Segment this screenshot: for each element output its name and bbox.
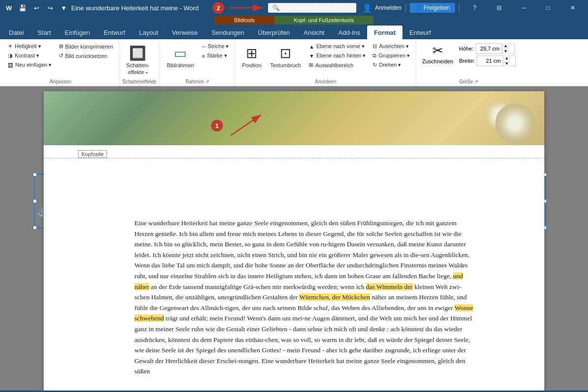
drehen-button[interactable]: ↻ Drehen ▾	[370, 61, 413, 69]
undo-button[interactable]: ↩	[30, 2, 42, 14]
position-button[interactable]: ⊞ Position	[238, 42, 265, 71]
help-search-box[interactable]: 🔍 Was möchten Sie tun?	[268, 3, 356, 13]
tab-layout[interactable]: Layout	[132, 26, 165, 39]
breite-spinners: ▲ ▼	[503, 55, 510, 66]
rahmen-label: Rahmen ↗	[163, 78, 232, 86]
tab-datei[interactable]: Datei	[2, 26, 30, 39]
highlight-3: Würmchen, der Mückchen	[299, 293, 370, 301]
auswahl-icon: ⊞	[309, 62, 313, 68]
helligkeit-icon: ☀	[8, 43, 13, 50]
ausrichten-button[interactable]: ⊟ Ausrichten ▾	[370, 42, 413, 51]
tab-sendungen[interactable]: Sendungen	[205, 26, 251, 39]
title-bar: W 💾 ↩ ↪ ▼ Eine wunderbare Heiterkeit hat…	[0, 0, 588, 16]
window-title: Eine wunderbare Heiterkeit hat meine - W…	[70, 2, 268, 14]
gruppieren-button[interactable]: ⧉ Gruppieren ▾	[370, 52, 413, 60]
tab-einfuegen[interactable]: Einfügen	[58, 26, 97, 39]
bild-zuruecksetzen-button[interactable]: ↺ Bild zurücksetzen	[56, 52, 116, 60]
staerke-button[interactable]: ≡ Stärke ▾	[199, 52, 232, 60]
ribbon-tabs: Datei Start Einfügen Entwurf Layout Verw…	[0, 25, 588, 39]
schatteneffekte-button[interactable]: 🔲 Schatten- effekte ▾	[122, 42, 153, 78]
breite-label: Breite:	[459, 58, 475, 64]
textumbruch-icon: ⊡	[280, 45, 291, 61]
header-image[interactable]	[44, 91, 544, 145]
komprimieren-icon: ⊞	[59, 43, 63, 50]
breite-row: Breite: ▲ ▼	[459, 55, 516, 66]
anordnen-label: Anordnen	[238, 78, 413, 86]
close-button[interactable]: ✕	[561, 0, 584, 16]
textumbruch-button[interactable]: ⊡ Textumbruch	[267, 42, 305, 71]
hoehe-down-button[interactable]: ▼	[502, 49, 509, 54]
bildrahmen-button[interactable]: ▭ Bildrahmen	[163, 42, 198, 71]
anpassen-content: ☀ Helligkeit ▾ ◑ Kontrast ▾ 🖼 Neu einfüg…	[5, 41, 116, 78]
tab-ueberpruefen[interactable]: Überprüfen	[251, 26, 297, 39]
ribbon-group-anordnen: ⊞ Position ⊡ Textumbruch ▲ Ebene nach vo…	[235, 41, 416, 86]
striche-button[interactable]: ─ Striche ▾	[199, 42, 232, 51]
tab-entwurf[interactable]: Entwurf	[97, 26, 132, 39]
tab-start[interactable]: Start	[30, 26, 57, 39]
breite-down-button[interactable]: ▼	[503, 61, 510, 66]
groesse-dialog-button[interactable]: ↗	[474, 79, 478, 84]
tab-ansicht[interactable]: Ansicht	[297, 26, 332, 39]
rahmen-dialog-button[interactable]: ↗	[205, 79, 209, 84]
tab-format[interactable]: Format	[367, 26, 402, 39]
share-button[interactable]: 👤 Freigeben	[410, 3, 455, 13]
zuschneiden-button[interactable]: ✂ Zuschneiden	[419, 42, 456, 65]
resize-handle-ml[interactable]	[33, 199, 37, 203]
hoehe-value-input[interactable]	[476, 46, 502, 52]
breite-up-button[interactable]: ▲	[503, 55, 510, 61]
striche-icon: ─	[202, 44, 206, 50]
neu-einfuegen-button[interactable]: 🖼 Neu einfügen ▾	[5, 61, 55, 69]
helligkeit-button[interactable]: ☀ Helligkeit ▾	[5, 42, 55, 51]
anpassen-right: ⊞ Bilder komprimieren ↺ Bild zurücksetze…	[56, 42, 116, 60]
resize-handle-bl[interactable]	[33, 226, 37, 230]
restore-button[interactable]: □	[537, 0, 560, 16]
groesse-content: ✂ Zuschneiden Höhe: ▲ ▼ Breite:	[419, 41, 518, 78]
save-button[interactable]: 💾	[17, 2, 28, 14]
help-button[interactable]: ?	[463, 0, 486, 16]
annotation-2-area: 2	[213, 2, 267, 14]
tab-entwurf2[interactable]: Entwurf	[402, 26, 438, 39]
signin-area: 👤 Anmelden	[362, 3, 401, 13]
kopfzeile-label: Kopfzeile	[78, 150, 107, 158]
ribbon-group-groesse: ✂ Zuschneiden Höhe: ▲ ▼ Breite:	[416, 41, 522, 86]
ebene-hinten-button[interactable]: ▼ Ebene nach hinten ▾	[306, 52, 369, 60]
ausrichten-icon: ⊟	[373, 43, 377, 50]
separator-2	[459, 3, 459, 13]
ribbon-group-rahmen: ▭ Bildrahmen ─ Striche ▾ ≡ Stärke ▾ Rahm…	[160, 41, 236, 86]
schatten-icon: 🔲	[129, 45, 146, 61]
tab-verweise[interactable]: Verweise	[165, 26, 205, 39]
annotation-group-2: 2	[213, 2, 267, 14]
minimize-button[interactable]: ─	[512, 0, 535, 16]
share-icon: 👤	[415, 4, 422, 11]
kontrast-button[interactable]: ◑ Kontrast ▾	[5, 52, 55, 60]
redo-button[interactable]: ↪	[44, 2, 56, 14]
breite-value-input[interactable]	[477, 58, 503, 64]
svg-text:W: W	[6, 4, 12, 12]
breite-input[interactable]: ▲ ▼	[477, 55, 516, 66]
kontrast-icon: ◑	[8, 52, 13, 59]
ribbon-display-button[interactable]: ⊟	[488, 0, 510, 16]
bilder-komprimieren-button[interactable]: ⊞ Bilder komprimieren	[56, 42, 116, 51]
groesse-label: Größe ↗	[419, 78, 518, 86]
auswahlbereich-button[interactable]: ⊞ Auswahlbereich	[306, 61, 369, 69]
customize-quick-access-button[interactable]: ▼	[58, 2, 70, 14]
hoehe-spinners: ▲ ▼	[502, 43, 509, 54]
document-body: Eine wunderbare Heiterkeit hat meine gan…	[44, 145, 544, 387]
body-paragraph: Eine wunderbare Heiterkeit hat meine gan…	[134, 218, 476, 377]
signin-button[interactable]: Anmelden	[375, 4, 401, 11]
badge-2: 2	[213, 2, 224, 14]
ribbon-group-anpassen: ☀ Helligkeit ▾ ◑ Kontrast ▾ 🖼 Neu einfüg…	[2, 41, 119, 86]
hoehe-row: Höhe: ▲ ▼	[459, 43, 516, 54]
hoehe-up-button[interactable]: ▲	[502, 43, 509, 49]
resize-handle-tl[interactable]	[33, 173, 37, 177]
rahmen-options: ─ Striche ▾ ≡ Stärke ▾	[199, 42, 232, 60]
crop-icon: ✂	[432, 43, 443, 58]
arrow-annotation-2	[227, 2, 267, 14]
tab-addins[interactable]: Add-Ins	[331, 26, 367, 39]
ebene-vorne-button[interactable]: ▲ Ebene nach vorne ▾	[306, 42, 369, 51]
document-title: Eine wunderbare Heiterkeit hat meine - W…	[71, 4, 199, 12]
hoehe-label: Höhe:	[459, 46, 473, 52]
anordnen-stack-right: ⊟ Ausrichten ▾ ⧉ Gruppieren ▾ ↻ Drehen ▾	[370, 42, 413, 69]
hoehe-input[interactable]: ▲ ▼	[476, 43, 515, 54]
ribbon-panel: ☀ Helligkeit ▾ ◑ Kontrast ▾ 🖼 Neu einfüg…	[0, 39, 588, 86]
